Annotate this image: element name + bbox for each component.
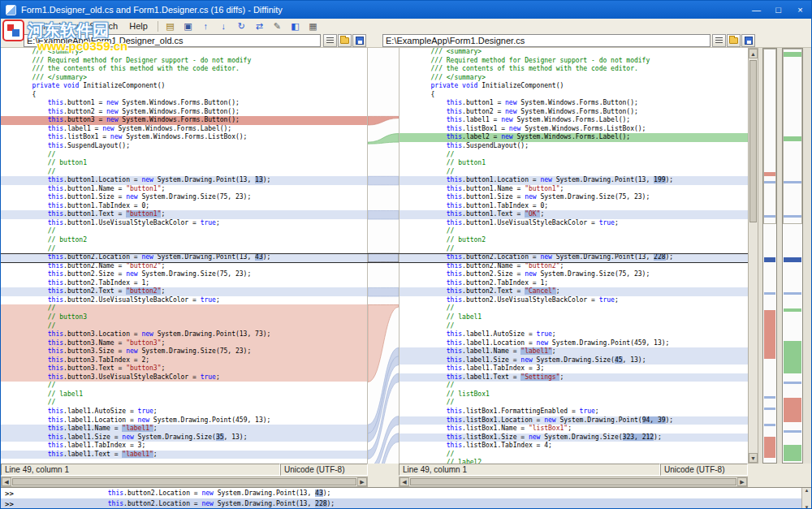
- code-line[interactable]: //: [1, 151, 367, 160]
- minimize-button[interactable]: —: [745, 1, 767, 19]
- code-line[interactable]: this.button1.Text = "OK";: [400, 210, 748, 219]
- code-line[interactable]: this.label1.Name = "label1";: [1, 425, 367, 434]
- code-line[interactable]: /// Required method for Designer support…: [1, 57, 367, 66]
- save-icon[interactable]: ▣: [180, 20, 196, 32]
- code-line[interactable]: //: [1, 399, 367, 408]
- code-line[interactable]: this.listBox1.Location = new System.Draw…: [400, 416, 748, 425]
- code-line[interactable]: this.label1.Size = new System.Drawing.Si…: [1, 434, 367, 442]
- code-line[interactable]: this.button3.Location = new System.Drawi…: [1, 330, 367, 339]
- code-line[interactable]: this.button1.UseVisualStyleBackColor = t…: [1, 219, 367, 228]
- code-line[interactable]: this.button1 = new System.Windows.Forms.…: [1, 99, 367, 108]
- code-line[interactable]: //: [400, 304, 748, 313]
- code-line[interactable]: this.button2.Name = "button2";: [400, 262, 748, 271]
- hscroll-thumb[interactable]: [410, 478, 736, 485]
- code-line[interactable]: this.label1.Location = new System.Drawin…: [400, 339, 748, 348]
- scroll-left-icon[interactable]: ◀: [400, 477, 409, 486]
- code-line[interactable]: this.button1.UseVisualStyleBackColor = t…: [400, 219, 748, 228]
- code-line[interactable]: this.button2.Size = new System.Drawing.S…: [1, 270, 367, 279]
- browse-folder-icon[interactable]: [338, 34, 352, 47]
- code-line[interactable]: this.label2 = new System.Windows.Forms.L…: [400, 133, 748, 142]
- menu-search[interactable]: Search: [84, 20, 123, 32]
- code-line[interactable]: // button3: [1, 313, 367, 322]
- options-icon[interactable]: ▦: [305, 20, 321, 32]
- code-line[interactable]: this.button2.Text = "button2";: [1, 287, 367, 296]
- close-button[interactable]: ×: [789, 1, 811, 19]
- maximize-button[interactable]: □: [767, 1, 789, 19]
- code-line[interactable]: this.label1.AutoSize = true;: [400, 330, 748, 339]
- recent-files-icon[interactable]: [323, 34, 337, 47]
- code-line[interactable]: this.button2.Name = "button2";: [1, 262, 367, 271]
- code-line[interactable]: //: [1, 382, 367, 390]
- browse-folder-icon[interactable]: [727, 34, 741, 47]
- code-line[interactable]: private void InitializeComponent(): [400, 82, 748, 91]
- code-line[interactable]: // button1: [400, 159, 748, 168]
- code-line[interactable]: //: [400, 451, 748, 459]
- code-line[interactable]: /// <summary>: [1, 48, 367, 57]
- code-line[interactable]: this.SuspendLayout();: [400, 142, 748, 151]
- code-line[interactable]: // label1: [1, 390, 367, 399]
- scroll-left-icon[interactable]: ◀: [2, 477, 11, 486]
- compare-icon[interactable]: ◧: [287, 20, 303, 32]
- code-line[interactable]: /// the contents of this method with the…: [400, 65, 748, 74]
- code-line[interactable]: this.label1.Text = "Settings";: [400, 373, 748, 382]
- code-line[interactable]: this.label1.Location = new System.Drawin…: [1, 416, 367, 425]
- code-line[interactable]: this.listBox1.FormattingEnabled = true;: [400, 408, 748, 416]
- code-line[interactable]: //: [1, 304, 367, 313]
- code-line[interactable]: this.button1 = new System.Windows.Forms.…: [400, 99, 748, 108]
- swap-panes-icon[interactable]: ⇄: [252, 20, 267, 32]
- code-line[interactable]: this.listBox1 = new System.Windows.Forms…: [1, 133, 367, 142]
- left-diff-overview-strip[interactable]: [762, 48, 777, 464]
- right-diff-overview-strip[interactable]: [782, 48, 803, 464]
- code-line[interactable]: this.label1.TabIndex = 3;: [1, 442, 367, 451]
- code-line[interactable]: this.button3 = new System.Windows.Forms.…: [1, 116, 367, 125]
- code-line[interactable]: //: [400, 245, 748, 254]
- scroll-down-icon[interactable]: ▼: [805, 505, 810, 509]
- code-line[interactable]: this.button1.TabIndex = 0;: [400, 202, 748, 211]
- left-code-pane[interactable]: /// <summary> /// Required method for De…: [1, 48, 368, 464]
- save-file-icon[interactable]: [741, 34, 755, 47]
- open-file-icon[interactable]: ▤: [162, 20, 178, 32]
- next-diff-icon[interactable]: ↓: [216, 20, 231, 32]
- code-line[interactable]: this.button2.TabIndex = 1;: [1, 279, 367, 288]
- recent-files-icon[interactable]: [712, 34, 726, 47]
- code-line[interactable]: this.button2 = new System.Windows.Forms.…: [1, 108, 367, 117]
- code-line[interactable]: this.button2.UseVisualStyleBackColor = t…: [400, 296, 748, 305]
- code-line[interactable]: /// <summary>: [400, 48, 748, 57]
- menu-help[interactable]: Help: [123, 20, 153, 32]
- right-code-pane[interactable]: /// <summary> /// Required method for De…: [399, 48, 748, 464]
- code-line[interactable]: //: [400, 151, 748, 160]
- code-line[interactable]: {: [1, 91, 367, 100]
- code-line[interactable]: this.button1.Name = "button1";: [400, 185, 748, 194]
- code-line[interactable]: this.listBox1.TabIndex = 4;: [400, 442, 748, 451]
- scroll-right-icon[interactable]: ▶: [737, 477, 747, 486]
- code-line[interactable]: this.label1.Text = "label1";: [1, 451, 367, 459]
- scroll-up-icon[interactable]: ▲: [805, 488, 810, 493]
- code-line[interactable]: //: [1, 322, 367, 331]
- code-line[interactable]: //: [1, 168, 367, 177]
- code-line[interactable]: {: [400, 91, 748, 100]
- code-line[interactable]: //: [400, 322, 748, 331]
- code-line[interactable]: // button1: [1, 159, 367, 168]
- code-line[interactable]: this.button2 = new System.Windows.Forms.…: [400, 108, 748, 117]
- code-line[interactable]: this.label1.Size = new System.Drawing.Si…: [400, 356, 748, 365]
- code-line[interactable]: /// </summary>: [1, 74, 367, 83]
- vertical-scroll-thumb[interactable]: [749, 60, 757, 222]
- diff-detail-row[interactable]: >> this.button2.Location = new System.Dr…: [1, 488, 811, 498]
- code-line[interactable]: this.button1.Size = new System.Drawing.S…: [400, 193, 748, 202]
- code-line[interactable]: this.button1.Location = new System.Drawi…: [1, 176, 367, 185]
- code-line[interactable]: this.button2.UseVisualStyleBackColor = t…: [1, 296, 367, 305]
- code-line[interactable]: this.label1.Name = "label1";: [400, 347, 748, 356]
- code-line[interactable]: this.button3.UseVisualStyleBackColor = t…: [1, 373, 367, 382]
- code-line[interactable]: this.button2.Location = new System.Drawi…: [400, 253, 748, 262]
- hscroll-thumb[interactable]: [12, 478, 356, 485]
- left-file-path-input[interactable]: [24, 34, 321, 47]
- save-file-icon[interactable]: [352, 34, 366, 47]
- code-line[interactable]: this.button3.Size = new System.Drawing.S…: [1, 347, 367, 356]
- code-line[interactable]: this.button3.TabIndex = 2;: [1, 356, 367, 365]
- code-line[interactable]: //: [1, 245, 367, 254]
- code-line[interactable]: this.SuspendLayout();: [1, 142, 367, 151]
- code-line[interactable]: this.listBox1.Name = "listBox1";: [400, 425, 748, 434]
- code-line[interactable]: // listBox1: [400, 390, 748, 399]
- code-line[interactable]: this.button1.Name = "button1";: [1, 185, 367, 194]
- code-line[interactable]: this.label1.AutoSize = true;: [1, 408, 367, 416]
